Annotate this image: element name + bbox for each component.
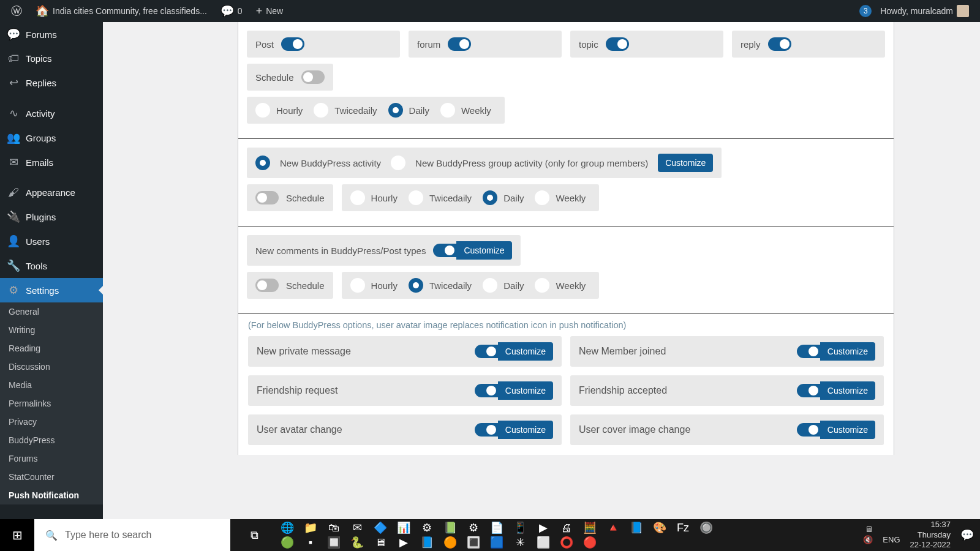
customize-button[interactable]: Customize <box>498 421 553 439</box>
radio-hourly[interactable] <box>350 278 365 293</box>
store-icon[interactable]: 🛍 <box>325 521 343 534</box>
sidebar-item-users[interactable]: 👤Users <box>0 229 103 253</box>
radio-weekly[interactable] <box>535 278 549 293</box>
radio-hourly[interactable] <box>255 103 270 118</box>
radio-daily[interactable] <box>388 103 403 118</box>
terminal-icon[interactable]: ▪ <box>301 536 320 549</box>
new-content[interactable]: + New <box>251 0 288 22</box>
post-toggle[interactable] <box>281 37 304 51</box>
submenu-item[interactable]: Permalinks <box>0 394 103 413</box>
card-toggle[interactable] <box>797 384 820 397</box>
settings-icon[interactable]: ⚙ <box>418 521 436 534</box>
app9-icon[interactable]: 🐍 <box>348 536 366 549</box>
sidebar-item-emails[interactable]: ✉Emails <box>0 150 103 174</box>
tray-net-icon[interactable]: 🖥 <box>863 525 873 535</box>
customize-button[interactable]: Customize <box>820 342 875 361</box>
sidebar-item-forums[interactable]: 💬Forums <box>0 22 103 47</box>
app14-icon[interactable]: ⬜ <box>534 536 552 549</box>
forum-toggle[interactable] <box>448 37 471 51</box>
sidebar-item-plugins[interactable]: 🔌Plugins <box>0 204 103 229</box>
radio-twicedaily[interactable] <box>314 103 328 118</box>
wmp-icon[interactable]: ▶ <box>534 521 552 534</box>
schedule-toggle-3[interactable] <box>255 279 279 292</box>
sidebar-item-tools[interactable]: 🔧Tools <box>0 253 103 278</box>
app4-icon[interactable]: 📄 <box>488 521 506 534</box>
customize-button-3[interactable]: Customize <box>456 241 511 260</box>
radio-hourly[interactable] <box>350 190 365 205</box>
sidebar-item-groups[interactable]: 👥Groups <box>0 126 103 150</box>
vlc-icon[interactable]: 🔺 <box>604 521 622 534</box>
tray-time[interactable]: 15:37 <box>910 520 951 530</box>
customize-button[interactable]: Customize <box>498 342 553 361</box>
my-account[interactable]: Howdy, muralcadm <box>875 0 974 22</box>
site-link[interactable]: 🏠 India cities Community, free classifie… <box>31 0 212 22</box>
app15-icon[interactable]: ⭕ <box>557 536 576 549</box>
submenu-item[interactable]: BuddyPress <box>0 431 103 449</box>
app3-icon[interactable]: ⚙ <box>464 521 483 534</box>
radio-daily[interactable] <box>483 278 497 293</box>
sidebar-item-topics[interactable]: 🏷Topics <box>0 47 103 70</box>
customize-button[interactable]: Customize <box>658 154 713 172</box>
schedule-toggle[interactable] <box>301 70 325 84</box>
radio-daily[interactable] <box>483 190 497 205</box>
paint-icon[interactable]: 🎨 <box>650 521 669 534</box>
card-toggle[interactable] <box>475 345 498 358</box>
task-view-icon[interactable]: ⧉ <box>245 528 263 542</box>
radio-new-bp-group-activity[interactable] <box>391 156 405 170</box>
vscode-icon[interactable]: 📘 <box>418 536 436 549</box>
app13-icon[interactable]: ✳ <box>511 536 529 549</box>
app-icon[interactable]: 🔷 <box>371 521 390 534</box>
card-toggle[interactable] <box>475 423 498 437</box>
opera-icon[interactable]: 🔴 <box>581 536 599 549</box>
app8-icon[interactable]: 🔲 <box>325 536 343 549</box>
app12-icon[interactable]: 🟦 <box>488 536 506 549</box>
explorer-icon[interactable]: 📁 <box>301 521 320 534</box>
radio-weekly[interactable] <box>535 190 549 205</box>
ubuntu-icon[interactable]: 🟠 <box>441 536 459 549</box>
submenu-item[interactable]: General <box>0 302 103 321</box>
tray-lang[interactable]: ENG <box>883 535 900 545</box>
radio-new-bp-activity[interactable] <box>255 156 270 170</box>
sidebar-item-activity[interactable]: ∿Activity <box>0 101 103 126</box>
submenu-item[interactable]: StatCounter <box>0 468 103 486</box>
customize-button[interactable]: Customize <box>820 381 875 400</box>
app2-icon[interactable]: 📊 <box>394 521 413 534</box>
card-toggle[interactable] <box>797 423 820 437</box>
app10-icon[interactable]: 🖥 <box>371 536 390 549</box>
radio-weekly[interactable] <box>440 103 455 118</box>
submenu-item[interactable]: Discussion <box>0 358 103 376</box>
word-icon[interactable]: 📘 <box>627 521 646 534</box>
excel-icon[interactable]: 📗 <box>441 521 459 534</box>
app7-icon[interactable]: 🔘 <box>697 521 715 534</box>
card-toggle[interactable] <box>797 345 820 358</box>
comments-link[interactable]: 💬 0 <box>216 0 247 22</box>
edge-icon[interactable]: 🌐 <box>278 521 296 534</box>
submenu-item[interactable]: Privacy <box>0 413 103 431</box>
topic-toggle[interactable] <box>606 37 629 51</box>
start-button[interactable]: ⊞ <box>0 519 34 551</box>
schedule-toggle-2[interactable] <box>255 191 279 204</box>
reply-toggle[interactable] <box>768 37 791 51</box>
app5-icon[interactable]: 📱 <box>511 521 529 534</box>
calc-icon[interactable]: 🧮 <box>581 521 599 534</box>
card-toggle[interactable] <box>475 384 498 397</box>
filezilla-icon[interactable]: Fz <box>674 521 692 534</box>
sidebar-item-replies[interactable]: ↩Replies <box>0 70 103 95</box>
search-box[interactable]: 🔍 Type here to search <box>34 519 230 551</box>
mail-icon[interactable]: ✉ <box>348 521 366 534</box>
submenu-item[interactable]: Push Notification <box>0 486 103 504</box>
sidebar-item-appearance[interactable]: 🖌Appearance <box>0 181 103 204</box>
tray-mute-icon[interactable]: 🔇 <box>863 535 873 545</box>
new-comments-toggle[interactable] <box>433 244 456 257</box>
sidebar-item-settings[interactable]: ⚙Settings <box>0 278 103 302</box>
chrome-icon[interactable]: 🟢 <box>278 536 296 549</box>
wp-logo[interactable]: ⓦ <box>6 0 27 22</box>
content-scroll[interactable]: Postforumtopicreply Schedule HourlyTwice… <box>103 22 980 519</box>
action-center-icon[interactable]: 💬 <box>960 528 974 542</box>
app11-icon[interactable]: 🔳 <box>464 536 483 549</box>
submenu-item[interactable]: Reading <box>0 339 103 358</box>
app6-icon[interactable]: 🖨 <box>557 521 576 534</box>
submenu-item[interactable]: Forums <box>0 449 103 468</box>
radio-twicedaily[interactable] <box>409 190 423 205</box>
submenu-item[interactable]: Media <box>0 376 103 394</box>
